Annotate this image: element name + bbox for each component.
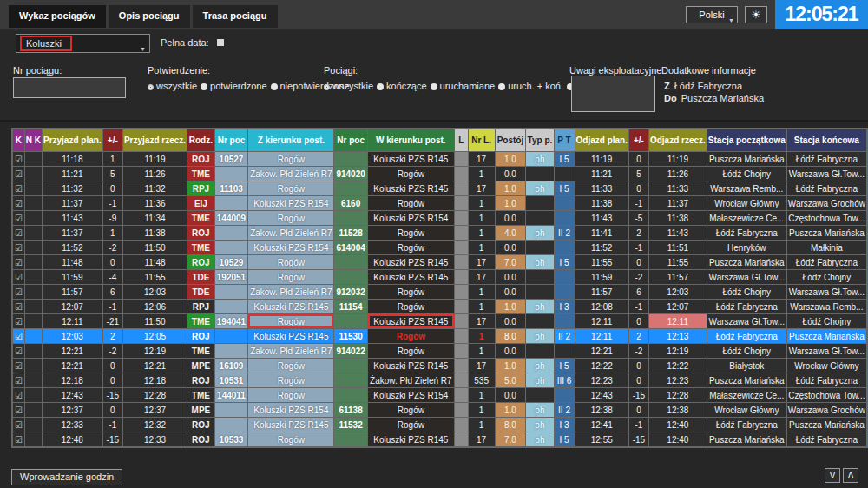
row-checkbox[interactable]: ☑ (13, 152, 25, 167)
table-row[interactable]: ☑11:18111:19ROJ10527RogówKoluszki PZS R1… (13, 152, 867, 167)
row-checkbox[interactable]: ☑ (13, 373, 25, 388)
radio-wszystkie[interactable]: wszystkie (324, 81, 373, 91)
table-row[interactable]: ☑11:37-111:36EIJKoluszki PZS R1546160Rog… (13, 196, 867, 211)
row-checkbox[interactable]: ☑ (13, 285, 25, 300)
table-row[interactable]: ☑11:59-411:55TDE192051RogówKoluszki PZS … (13, 270, 867, 285)
table-row[interactable]: ☑11:48011:48ROJ10529RogówKoluszki PZS R1… (13, 255, 867, 270)
cell-odjazd-plan: 11:21 (575, 167, 628, 181)
radio-wszystkie[interactable]: wszystkie (148, 81, 197, 91)
enter-times-button[interactable]: Wprowadzanie godzin (11, 469, 122, 485)
row-checkbox[interactable]: ☑ (13, 241, 25, 255)
cell-postoj: 1.0 (495, 152, 526, 167)
cell-roznica-przyjazd: -4 (102, 270, 122, 285)
row-checkbox[interactable]: ☑ (13, 270, 25, 285)
station-select[interactable]: Koluszki ▼ (16, 34, 150, 53)
table-row[interactable]: ☑11:32011:32RPJ11103RogówKoluszki PZS R1… (13, 181, 867, 196)
radio-uruch-koń-[interactable]: uruch. + koń. (498, 81, 563, 91)
row-checkbox[interactable]: ☑ (13, 255, 25, 270)
to-value: Puszcza Mariańska (681, 93, 764, 103)
row-checkbox[interactable]: ☑ (13, 211, 25, 226)
scroll-down-button[interactable]: V (825, 468, 840, 483)
cell-nr-poc-w (334, 255, 367, 270)
row-checkbox[interactable]: ☑ (13, 344, 25, 359)
cell-stacja-koncowa: Małkinia (786, 241, 866, 255)
row-checkbox[interactable]: ☑ (13, 314, 25, 329)
row-checkbox[interactable]: ☑ (13, 418, 25, 432)
tab-active[interactable]: Wykaz pociągów (9, 5, 106, 28)
table-row[interactable]: ☑12:21012:21MPE16109RogówKoluszki PZS R1… (13, 359, 867, 373)
table-row[interactable]: ☑12:07-112:06RPJKoluszki PZS R14511154Ro… (13, 300, 867, 314)
radio-kończące[interactable]: kończące (377, 81, 426, 91)
row-checkbox[interactable]: ☑ (13, 167, 25, 181)
cell-stacja-koncowa: Wrocław Główny (786, 359, 866, 373)
language-select[interactable]: Polski ▼ (686, 6, 738, 23)
table-row-selected[interactable]: ☑12:03212:05ROJKoluszki PZS R14511530Rog… (13, 329, 867, 344)
cell-typ-p: ph (526, 181, 554, 196)
full-date-checkbox[interactable] (217, 39, 224, 46)
table-row[interactable]: ☑12:48-1512:33ROJ10533RogówKoluszki PZS … (13, 432, 867, 447)
table-row[interactable]: ☑11:52-211:50TMEKoluszki PZS R154614004R… (13, 241, 867, 255)
table-row[interactable]: ☑12:43-1512:28TME144011RogówKoluszki PZS… (13, 388, 867, 403)
cell-w-kierunku: Rogów (367, 403, 454, 418)
row-checkbox[interactable]: ☑ (13, 329, 25, 344)
cell-rodz: TME (187, 344, 215, 359)
radio-potwierdzone[interactable]: potwierdzone (201, 81, 266, 91)
cell-l (454, 152, 468, 167)
train-number-input[interactable] (13, 77, 126, 98)
cell-postoj: 1.0 (495, 300, 526, 314)
cell-p-t (554, 167, 575, 181)
cell-stacja-koncowa: Łódź Chojny (786, 270, 866, 285)
tab-inactive[interactable]: Opis pociągu (108, 5, 190, 28)
cell-stacja-poczatkowa: Puszcza Mariańska (707, 432, 786, 447)
row-checkbox[interactable]: ☑ (13, 359, 25, 373)
cell-przyjazd-plan: 12:37 (42, 403, 102, 418)
tab-inactive[interactable]: Trasa pociągu (193, 5, 278, 28)
table-row[interactable]: ☑11:21511:26TMEŻakow. Płd Zieleń R791402… (13, 167, 867, 181)
table-row[interactable]: ☑12:21-212:19TMEŻakow. Płd Zieleń R79140… (13, 344, 867, 359)
row-checkbox[interactable]: ☑ (13, 432, 25, 447)
row-checkbox[interactable]: ☑ (13, 196, 25, 211)
cell-odjazd-rzecz: 11:19 (648, 152, 707, 167)
cell-typ-p (526, 167, 554, 181)
cell-odjazd-plan: 12:11 (575, 314, 628, 329)
cell-roznica-przyjazd: -1 (102, 300, 122, 314)
column-header: N K (24, 129, 42, 152)
cell-odjazd-rzecz: 11:57 (648, 270, 707, 285)
cell-stacja-koncowa: Puszcza Mariańska (786, 418, 866, 432)
cell-przyjazd-rzecz: 12:03 (122, 285, 187, 300)
column-header: Nr L. (468, 129, 495, 152)
cell-nk (24, 226, 42, 241)
cell-w-kierunku: Rogów (367, 285, 454, 300)
table-row[interactable]: ☑11:37111:38ROJŻakow. Płd Zieleń R711528… (13, 226, 867, 241)
theme-toggle-button[interactable]: ☀ (745, 6, 767, 23)
cell-nr-l: 17 (468, 359, 495, 373)
cell-przyjazd-rzecz: 11:34 (122, 211, 187, 226)
table-header-row: KN KPrzyjazd plan.+/-Przyjazd rzecz.Rodz… (13, 129, 867, 152)
cell-l (454, 167, 468, 181)
cell-rodz: ROJ (187, 152, 215, 167)
table-row[interactable]: ☑11:43-911:34TME144009RogówKoluszki PZS … (13, 211, 867, 226)
table-row[interactable]: ☑11:57612:03TDEŻakow. Płd Zieleń R791203… (13, 285, 867, 300)
cell-p-t: II 2 (554, 403, 575, 418)
cell-z-kierunku: Koluszki PZS R154 (248, 196, 334, 211)
column-header: Stacja początkowa (707, 129, 786, 152)
table-row[interactable]: ☑12:18012:18ROJ10531RogówŻakow. Płd Ziel… (13, 373, 867, 388)
row-checkbox[interactable]: ☑ (13, 388, 25, 403)
table-row[interactable]: ☑12:11-2111:50TME194041RogówKoluszki PZS… (13, 314, 867, 329)
cell-z-kierunku: Koluszki PZS R154 (248, 403, 334, 418)
table-row[interactable]: ☑12:37012:37MPEKoluszki PZS R15461138Rog… (13, 403, 867, 418)
cell-l (454, 211, 468, 226)
row-checkbox[interactable]: ☑ (13, 300, 25, 314)
cell-nr-poc-z (214, 329, 248, 344)
row-checkbox[interactable]: ☑ (13, 226, 25, 241)
row-checkbox[interactable]: ☑ (13, 181, 25, 196)
table-row[interactable]: ☑12:33-112:32ROJKoluszki PZS R14511532Ro… (13, 418, 867, 432)
cell-nk (24, 181, 42, 196)
cell-przyjazd-plan: 12:43 (42, 388, 102, 403)
scroll-up-button[interactable]: Λ (843, 468, 858, 483)
remarks-textarea[interactable] (571, 76, 655, 112)
cell-w-kierunku: Koluszki PZS R154 (367, 211, 454, 226)
row-checkbox[interactable]: ☑ (13, 403, 25, 418)
radio-uruchamiane[interactable]: uruchamiane (431, 81, 496, 91)
cell-postoj: 8.0 (495, 418, 526, 432)
